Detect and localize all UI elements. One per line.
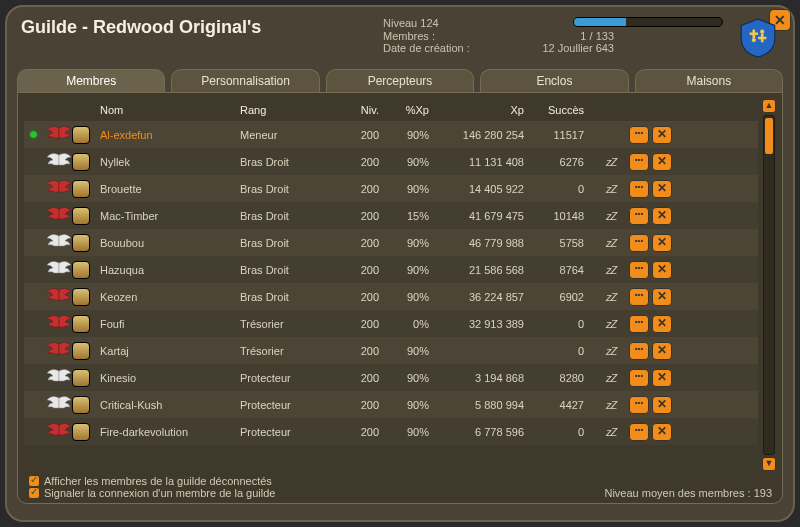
scroll-track[interactable]: [763, 115, 775, 455]
more-button[interactable]: •••: [629, 396, 649, 414]
table-row[interactable]: Hazuqua Bras Droit 200 90% 21 586 568 87…: [24, 256, 758, 283]
notify-login-checkbox[interactable]: Signaler la connexion d'un membre de la …: [28, 487, 275, 499]
member-name-text: Fire-darkevolution: [100, 426, 188, 438]
scroll-thumb[interactable]: [765, 118, 773, 154]
tab-membres[interactable]: Membres: [17, 69, 165, 92]
remove-button[interactable]: ✕: [652, 396, 672, 414]
member-rank: Bras Droit: [236, 289, 341, 305]
sleep-icon: zZ: [606, 291, 626, 303]
scroll-down-button[interactable]: ▼: [762, 457, 776, 471]
table-row[interactable]: Fire-darkevolution Protecteur 200 90% 6 …: [24, 418, 758, 445]
member-rank: Protecteur: [236, 370, 341, 386]
more-button[interactable]: •••: [629, 180, 649, 198]
more-button[interactable]: •••: [629, 369, 649, 387]
character-head-icon: [72, 315, 90, 333]
member-success: 5758: [528, 235, 588, 251]
member-xp: 146 280 254: [433, 127, 528, 143]
more-button[interactable]: •••: [629, 288, 649, 306]
sleep-icon: zZ: [606, 372, 626, 384]
wings-icon: [46, 340, 72, 362]
table-row[interactable]: Critical-Kush Protecteur 200 90% 5 880 9…: [24, 391, 758, 418]
remove-button[interactable]: ✕: [652, 180, 672, 198]
remove-button[interactable]: ✕: [652, 342, 672, 360]
more-button[interactable]: •••: [629, 342, 649, 360]
avg-level-value: 193: [754, 487, 772, 499]
footer-checks: Afficher les membres de la guilde déconn…: [28, 475, 275, 499]
remove-button[interactable]: ✕: [652, 126, 672, 144]
table-row[interactable]: Brouette Bras Droit 200 90% 14 405 922 0…: [24, 175, 758, 202]
member-success: 8280: [528, 370, 588, 386]
checkbox-icon: [28, 487, 40, 499]
avatar-icon: [46, 259, 92, 281]
member-rank: Bras Droit: [236, 262, 341, 278]
sleep-icon: zZ: [606, 345, 626, 357]
more-button[interactable]: •••: [629, 153, 649, 171]
show-offline-checkbox[interactable]: Afficher les membres de la guilde déconn…: [28, 475, 275, 487]
table-row[interactable]: Nyllek Bras Droit 200 90% 11 131 408 627…: [24, 148, 758, 175]
table-row[interactable]: Kinesio Protecteur 200 90% 3 194 868 828…: [24, 364, 758, 391]
tab-personnalisation[interactable]: Personnalisation: [171, 69, 319, 92]
col-succ[interactable]: Succès: [528, 102, 588, 118]
tab-maisons[interactable]: Maisons: [635, 69, 783, 92]
more-button[interactable]: •••: [629, 126, 649, 144]
remove-button[interactable]: ✕: [652, 234, 672, 252]
col-xp[interactable]: Xp: [433, 102, 528, 118]
avatar-icon: [46, 205, 92, 227]
remove-button[interactable]: ✕: [652, 369, 672, 387]
member-level: 200: [341, 343, 383, 359]
wings-icon: [46, 178, 72, 200]
member-success: 10148: [528, 208, 588, 224]
table-row[interactable]: Kartaj Trésorier 200 90% 0 zZ ••• ✕: [24, 337, 758, 364]
table-row[interactable]: Keozen Bras Droit 200 90% 36 224 857 690…: [24, 283, 758, 310]
remove-button[interactable]: ✕: [652, 153, 672, 171]
svg-point-1: [760, 30, 764, 34]
member-pxp: 90%: [383, 424, 433, 440]
avatar-icon: [46, 124, 92, 146]
sleep-icon: zZ: [606, 318, 626, 330]
member-pxp: 90%: [383, 154, 433, 170]
tab-percepteurs[interactable]: Percepteurs: [326, 69, 474, 92]
member-success: 0: [528, 424, 588, 440]
tab-enclos[interactable]: Enclos: [480, 69, 628, 92]
member-pxp: 0%: [383, 316, 433, 332]
member-xp: 11 131 408: [433, 154, 528, 170]
remove-button[interactable]: ✕: [652, 423, 672, 441]
character-head-icon: [72, 288, 90, 306]
table-row[interactable]: Mac-Timber Bras Droit 200 15% 41 679 475…: [24, 202, 758, 229]
member-level: 200: [341, 397, 383, 413]
member-name-text[interactable]: Al-exdefun: [100, 129, 153, 141]
remove-button[interactable]: ✕: [652, 315, 672, 333]
scroll-up-button[interactable]: ▲: [762, 99, 776, 113]
member-name: Kinesio: [96, 370, 236, 386]
member-success: 6276: [528, 154, 588, 170]
table-row[interactable]: Foufi Trésorier 200 0% 32 913 389 0 zZ •…: [24, 310, 758, 337]
member-level: 200: [341, 208, 383, 224]
more-button[interactable]: •••: [629, 315, 649, 333]
col-level[interactable]: Niv.: [341, 102, 383, 118]
more-button[interactable]: •••: [629, 207, 649, 225]
status-cell: [24, 187, 42, 191]
sleep-icon: zZ: [606, 237, 626, 249]
member-level: 200: [341, 235, 383, 251]
row-actions: zZ ••• ✕: [588, 340, 676, 362]
remove-button[interactable]: ✕: [652, 207, 672, 225]
row-actions: zZ ••• ✕: [588, 178, 676, 200]
table-row[interactable]: Bouubou Bras Droit 200 90% 46 779 988 57…: [24, 229, 758, 256]
notify-login-label: Signaler la connexion d'un membre de la …: [44, 487, 275, 499]
table-row[interactable]: Al-exdefun Meneur 200 90% 146 280 254 11…: [24, 121, 758, 148]
more-button[interactable]: •••: [629, 261, 649, 279]
status-cell: [24, 268, 42, 272]
col-name[interactable]: Nom: [96, 102, 236, 118]
member-name: Foufi: [96, 316, 236, 332]
row-actions: zZ ••• ✕: [588, 205, 676, 227]
member-xp: 6 778 596: [433, 424, 528, 440]
col-pxp[interactable]: %Xp: [383, 102, 433, 118]
more-button[interactable]: •••: [629, 234, 649, 252]
remove-button[interactable]: ✕: [652, 288, 672, 306]
created-label: Date de création :: [383, 42, 503, 54]
more-button[interactable]: •••: [629, 423, 649, 441]
remove-button[interactable]: ✕: [652, 261, 672, 279]
status-cell: [24, 376, 42, 380]
col-rank[interactable]: Rang: [236, 102, 341, 118]
avatar-icon: [46, 340, 92, 362]
